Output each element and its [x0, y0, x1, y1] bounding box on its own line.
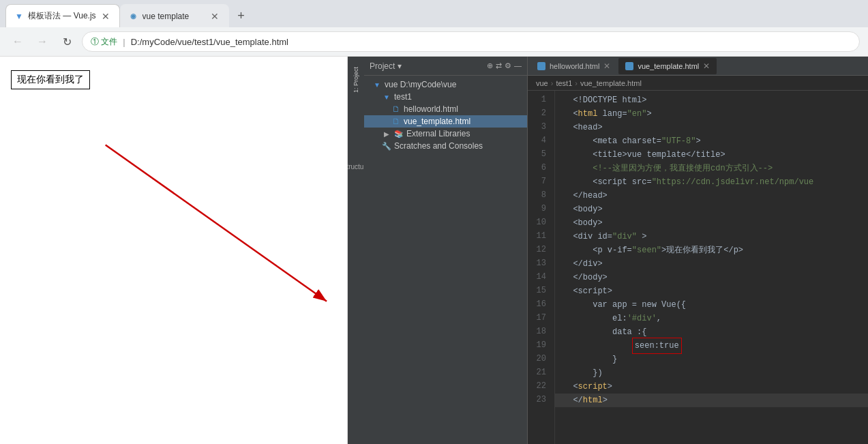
- token-2-2: html: [578, 107, 598, 121]
- code-line-23: </html>: [555, 394, 868, 407]
- gutter-22: [563, 380, 573, 394]
- line-num-7: 7: [528, 175, 550, 189]
- token-4-2: "UTF-8": [661, 134, 695, 148]
- back-button[interactable]: ←: [8, 32, 27, 51]
- breadcrumb-vue: vue: [536, 79, 548, 87]
- tab-close-2[interactable]: ✕: [209, 11, 220, 22]
- project-icon-minimize[interactable]: —: [514, 61, 522, 70]
- line-num-23: 23: [528, 394, 550, 407]
- gutter-17: [563, 312, 573, 325]
- tree-label-external-libs: External Libraries: [406, 129, 470, 138]
- project-tree: ▼ vue D:\myCode\vue ▼ test1 🗋 helloworld…: [364, 76, 527, 444]
- tree-label-vue-root: vue D:\myCode\vue: [385, 80, 456, 89]
- tree-icon-helloworld: 🗋: [391, 104, 401, 114]
- tree-item-scratches[interactable]: 🔧 Scratches and Consoles: [364, 140, 527, 152]
- code-line-13: </div>: [555, 257, 868, 271]
- tree-label-helloworld: helloworld.html: [404, 104, 458, 114]
- gutter-12: [563, 243, 573, 257]
- token-4-3: >: [695, 134, 700, 148]
- line-num-21: 21: [528, 366, 550, 380]
- token-17-2: '#div': [627, 312, 657, 325]
- editor-tab-icon-helloworld: [537, 62, 545, 70]
- token-4-1: <meta charset=: [573, 134, 661, 148]
- breadcrumb-sep2: ›: [575, 79, 578, 87]
- line-num-17: 17: [528, 312, 550, 325]
- token-19-1: [573, 339, 631, 353]
- editor-tab-vue-template[interactable]: vue_template.html ✕: [618, 58, 717, 74]
- breadcrumb-file: vue_template.html: [580, 79, 642, 87]
- gutter-18: [563, 325, 573, 339]
- project-icon-arrows[interactable]: ⇄: [496, 61, 502, 70]
- tree-item-test1[interactable]: ▼ test1: [364, 91, 527, 103]
- gutter-16: [563, 298, 573, 312]
- editor-tab-close-vue-template[interactable]: ✕: [703, 61, 710, 71]
- tab-favicon-1: ▼: [14, 12, 24, 21]
- token-23-2: html: [583, 394, 603, 407]
- token-13-1: </div>: [573, 257, 602, 271]
- reload-button[interactable]: ↻: [57, 32, 76, 51]
- project-icon-settings[interactable]: ⚙: [505, 61, 511, 70]
- tree-item-vue-root[interactable]: ▼ vue D:\myCode\vue: [364, 78, 527, 91]
- code-line-10: <body>: [555, 216, 868, 230]
- line-num-3: 3: [528, 121, 550, 134]
- tree-icon-vue-template: 🗋: [391, 117, 401, 126]
- code-line-18: data :{: [555, 325, 868, 339]
- tree-icon-scratches: 🔧: [382, 141, 391, 151]
- project-panel-title: Project ▾: [370, 61, 484, 71]
- project-panel-icon[interactable]: 1: Project: [349, 59, 363, 100]
- token-7-2: "https://cdn.jsdelivr.net/npm/vue: [652, 175, 814, 189]
- token-17-1: el:: [573, 312, 627, 325]
- editor-tab-helloworld[interactable]: helloworld.html ✕: [530, 58, 617, 74]
- editor-tab-close-helloworld[interactable]: ✕: [603, 61, 610, 71]
- line-num-14: 14: [528, 271, 550, 284]
- line-num-20: 20: [528, 353, 550, 366]
- code-editor[interactable]: 1 2 3 4 5 6 7 8 9 10 11 12 13 14 15 16 1: [528, 91, 868, 444]
- tree-item-vue-template[interactable]: 🗋 vue_template.html: [364, 115, 527, 128]
- code-line-12: <p v-if="seen">现在你看到我了</p>: [555, 243, 868, 257]
- tab-close-1[interactable]: ✕: [100, 11, 111, 22]
- code-line-9: <body>: [555, 203, 868, 216]
- gutter-7: [563, 175, 573, 189]
- code-line-19: seen:true: [555, 339, 868, 353]
- structure-panel-icon[interactable]: 7: Structure: [349, 156, 363, 170]
- forward-button[interactable]: →: [33, 32, 52, 51]
- tab-vuejs[interactable]: ▼ 模板语法 — Vue.js ✕: [5, 4, 120, 27]
- token-1-1: <!DOCTYPE html>: [573, 93, 646, 107]
- breadcrumb-test1: test1: [556, 79, 572, 87]
- editor-area: helloworld.html ✕ vue_template.html ✕ vu…: [528, 57, 868, 444]
- vue-content: 现在你看到我了: [0, 57, 347, 98]
- tree-icon-test1: ▼: [382, 92, 391, 102]
- token-12-3: >现在你看到我了</p>: [661, 243, 743, 257]
- tree-icon-vue: ▼: [372, 80, 382, 89]
- tree-label-scratches: Scratches and Consoles: [394, 141, 483, 151]
- code-line-8: </head>: [555, 189, 868, 203]
- token-5-1: <title>vue template</title>: [573, 148, 725, 162]
- token-21-1: }): [573, 366, 602, 380]
- project-panel: Project ▾ ⊕ ⇄ ⚙ — ▼ vue D:\myCode\vue: [364, 57, 528, 444]
- token-22-2: script: [578, 380, 608, 394]
- editor-tab-label-vue-template: vue_template.html: [638, 62, 699, 70]
- project-icon-globe[interactable]: ⊕: [487, 61, 493, 70]
- tree-item-helloworld[interactable]: 🗋 helloworld.html: [364, 103, 527, 115]
- address-bar-row: ← → ↻ ① 文件 | D:/myCode/vue/test1/vue_tem…: [0, 27, 868, 56]
- token-2-1: <: [573, 107, 578, 121]
- line-num-2: 2: [528, 107, 550, 121]
- line-num-15: 15: [528, 284, 550, 298]
- code-line-4: <meta charset="UTF-8">: [555, 134, 868, 148]
- editor-tabs: helloworld.html ✕ vue_template.html ✕: [528, 57, 868, 76]
- main-area: 现在你看到我了 1: Project 7: Structure Project …: [0, 57, 868, 444]
- new-tab-button[interactable]: +: [232, 6, 251, 25]
- token-20-1: }: [573, 353, 617, 366]
- code-line-3: <head>: [555, 121, 868, 134]
- token-22-3: >: [608, 380, 612, 394]
- token-22-1: <: [573, 380, 578, 394]
- tree-item-external-libs[interactable]: ▶ 📚 External Libraries: [364, 128, 527, 140]
- tab-vue-template[interactable]: ◉ vue template ✕: [120, 4, 229, 27]
- ide-area: 1: Project 7: Structure Project ▾ ⊕ ⇄ ⚙ …: [348, 57, 868, 444]
- address-bar[interactable]: ① 文件 | D:/myCode/vue/test1/vue_template.…: [82, 31, 860, 52]
- project-panel-header: Project ▾ ⊕ ⇄ ⚙ —: [364, 57, 527, 76]
- gutter-5: [563, 148, 573, 162]
- token-7-1: <script src=: [573, 175, 651, 189]
- red-arrow-overlay: [0, 57, 347, 444]
- vue-output-text: 现在你看到我了: [11, 70, 90, 89]
